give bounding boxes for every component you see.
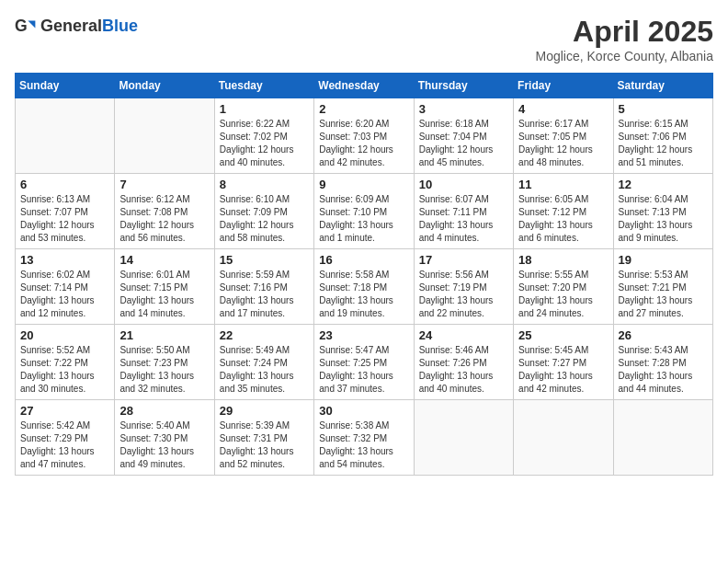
- logo: G GeneralBlue: [15, 15, 138, 37]
- calendar-cell: 10Sunrise: 6:07 AM Sunset: 7:11 PM Dayli…: [414, 174, 513, 249]
- day-info: Sunrise: 6:13 AM Sunset: 7:07 PM Dayligh…: [20, 193, 109, 245]
- calendar-cell: 4Sunrise: 6:17 AM Sunset: 7:05 PM Daylig…: [514, 98, 613, 174]
- calendar-cell: 26Sunrise: 5:43 AM Sunset: 7:28 PM Dayli…: [613, 325, 712, 400]
- calendar-cell: 16Sunrise: 5:58 AM Sunset: 7:18 PM Dayli…: [314, 249, 414, 325]
- day-info: Sunrise: 5:50 AM Sunset: 7:23 PM Dayligh…: [119, 344, 209, 396]
- day-info: Sunrise: 6:22 AM Sunset: 7:02 PM Dayligh…: [220, 118, 309, 169]
- day-number: 27: [20, 404, 109, 418]
- day-info: Sunrise: 6:05 AM Sunset: 7:12 PM Dayligh…: [518, 193, 608, 245]
- day-number: 17: [419, 253, 508, 267]
- calendar-cell: 24Sunrise: 5:46 AM Sunset: 7:26 PM Dayli…: [414, 325, 513, 400]
- weekday-header-thursday: Thursday: [414, 74, 513, 98]
- week-row-4: 20Sunrise: 5:52 AM Sunset: 7:22 PM Dayli…: [16, 325, 713, 400]
- weekday-header-tuesday: Tuesday: [214, 74, 313, 98]
- month-title: April 2025: [535, 15, 713, 49]
- calendar-cell: 28Sunrise: 5:40 AM Sunset: 7:30 PM Dayli…: [115, 400, 214, 476]
- day-info: Sunrise: 6:15 AM Sunset: 7:06 PM Dayligh…: [619, 118, 708, 169]
- calendar-cell: 11Sunrise: 6:05 AM Sunset: 7:12 PM Dayli…: [514, 174, 613, 249]
- day-info: Sunrise: 5:55 AM Sunset: 7:20 PM Dayligh…: [518, 269, 608, 320]
- calendar-cell: 20Sunrise: 5:52 AM Sunset: 7:22 PM Dayli…: [16, 325, 115, 400]
- day-number: 14: [119, 253, 209, 267]
- day-info: Sunrise: 6:17 AM Sunset: 7:05 PM Dayligh…: [518, 118, 608, 169]
- calendar-cell: 12Sunrise: 6:04 AM Sunset: 7:13 PM Dayli…: [613, 174, 712, 249]
- day-number: 25: [518, 328, 608, 342]
- day-info: Sunrise: 6:07 AM Sunset: 7:11 PM Dayligh…: [419, 193, 508, 245]
- week-row-2: 6Sunrise: 6:13 AM Sunset: 7:07 PM Daylig…: [16, 174, 713, 249]
- day-info: Sunrise: 5:43 AM Sunset: 7:28 PM Dayligh…: [619, 344, 708, 396]
- day-info: Sunrise: 6:10 AM Sunset: 7:09 PM Dayligh…: [220, 193, 309, 245]
- day-number: 9: [319, 178, 408, 191]
- calendar-cell: 19Sunrise: 5:53 AM Sunset: 7:21 PM Dayli…: [613, 249, 712, 325]
- day-number: 12: [619, 178, 708, 191]
- day-number: 26: [619, 328, 708, 342]
- day-number: 4: [518, 102, 608, 116]
- calendar-cell: 30Sunrise: 5:38 AM Sunset: 7:32 PM Dayli…: [314, 400, 414, 476]
- calendar-cell: 15Sunrise: 5:59 AM Sunset: 7:16 PM Dayli…: [214, 249, 313, 325]
- day-number: 13: [20, 253, 109, 267]
- day-info: Sunrise: 6:04 AM Sunset: 7:13 PM Dayligh…: [619, 193, 708, 245]
- calendar-cell: 6Sunrise: 6:13 AM Sunset: 7:07 PM Daylig…: [16, 174, 115, 249]
- day-number: 24: [419, 328, 508, 342]
- svg-text:G: G: [15, 17, 28, 35]
- week-row-5: 27Sunrise: 5:42 AM Sunset: 7:29 PM Dayli…: [16, 400, 713, 476]
- calendar-cell: 18Sunrise: 5:55 AM Sunset: 7:20 PM Dayli…: [514, 249, 613, 325]
- page-header: G GeneralBlue April 2025 Moglice, Korce …: [15, 15, 713, 63]
- calendar-cell: 8Sunrise: 6:10 AM Sunset: 7:09 PM Daylig…: [214, 174, 313, 249]
- day-info: Sunrise: 6:09 AM Sunset: 7:10 PM Dayligh…: [319, 193, 408, 245]
- calendar-cell: [613, 400, 712, 476]
- calendar-cell: 1Sunrise: 6:22 AM Sunset: 7:02 PM Daylig…: [214, 98, 313, 174]
- day-info: Sunrise: 5:47 AM Sunset: 7:25 PM Dayligh…: [319, 344, 408, 396]
- location-title: Moglice, Korce County, Albania: [535, 49, 713, 63]
- logo-blue: Blue: [102, 17, 138, 35]
- day-number: 3: [419, 102, 508, 116]
- calendar-cell: 29Sunrise: 5:39 AM Sunset: 7:31 PM Dayli…: [214, 400, 313, 476]
- calendar-cell: 5Sunrise: 6:15 AM Sunset: 7:06 PM Daylig…: [613, 98, 712, 174]
- day-info: Sunrise: 5:46 AM Sunset: 7:26 PM Dayligh…: [419, 344, 508, 396]
- day-info: Sunrise: 5:59 AM Sunset: 7:16 PM Dayligh…: [220, 269, 309, 320]
- day-info: Sunrise: 5:40 AM Sunset: 7:30 PM Dayligh…: [119, 419, 209, 471]
- day-info: Sunrise: 5:56 AM Sunset: 7:19 PM Dayligh…: [419, 269, 508, 320]
- logo-icon: G: [15, 15, 37, 37]
- weekday-header-sunday: Sunday: [16, 74, 115, 98]
- week-row-3: 13Sunrise: 6:02 AM Sunset: 7:14 PM Dayli…: [16, 249, 713, 325]
- day-number: 5: [619, 102, 708, 116]
- weekday-header-row: SundayMondayTuesdayWednesdayThursdayFrid…: [16, 74, 713, 98]
- calendar-cell: 3Sunrise: 6:18 AM Sunset: 7:04 PM Daylig…: [414, 98, 513, 174]
- day-number: 18: [518, 253, 608, 267]
- day-number: 23: [319, 328, 408, 342]
- day-number: 15: [220, 253, 309, 267]
- calendar-cell: 25Sunrise: 5:45 AM Sunset: 7:27 PM Dayli…: [514, 325, 613, 400]
- calendar-cell: [414, 400, 513, 476]
- calendar-cell: 23Sunrise: 5:47 AM Sunset: 7:25 PM Dayli…: [314, 325, 414, 400]
- day-number: 29: [220, 404, 309, 418]
- calendar-cell: 17Sunrise: 5:56 AM Sunset: 7:19 PM Dayli…: [414, 249, 513, 325]
- day-number: 11: [518, 178, 608, 191]
- day-info: Sunrise: 5:52 AM Sunset: 7:22 PM Dayligh…: [20, 344, 109, 396]
- day-info: Sunrise: 5:45 AM Sunset: 7:27 PM Dayligh…: [518, 344, 608, 396]
- svg-marker-1: [28, 20, 35, 28]
- day-info: Sunrise: 6:01 AM Sunset: 7:15 PM Dayligh…: [119, 269, 209, 320]
- weekday-header-friday: Friday: [514, 74, 613, 98]
- day-info: Sunrise: 6:02 AM Sunset: 7:14 PM Dayligh…: [20, 269, 109, 320]
- calendar-cell: 22Sunrise: 5:49 AM Sunset: 7:24 PM Dayli…: [214, 325, 313, 400]
- calendar-cell: 7Sunrise: 6:12 AM Sunset: 7:08 PM Daylig…: [115, 174, 214, 249]
- day-number: 21: [119, 328, 209, 342]
- day-number: 30: [319, 404, 408, 418]
- week-row-1: 1Sunrise: 6:22 AM Sunset: 7:02 PM Daylig…: [16, 98, 713, 174]
- weekday-header-monday: Monday: [115, 74, 214, 98]
- calendar-cell: [115, 98, 214, 174]
- weekday-header-wednesday: Wednesday: [314, 74, 414, 98]
- day-number: 8: [220, 178, 309, 191]
- weekday-header-saturday: Saturday: [613, 74, 712, 98]
- title-block: April 2025 Moglice, Korce County, Albani…: [535, 15, 713, 63]
- logo-general: General: [40, 17, 102, 35]
- day-info: Sunrise: 6:12 AM Sunset: 7:08 PM Dayligh…: [119, 193, 209, 245]
- day-number: 19: [619, 253, 708, 267]
- day-number: 6: [20, 178, 109, 191]
- day-info: Sunrise: 6:18 AM Sunset: 7:04 PM Dayligh…: [419, 118, 508, 169]
- calendar-cell: 9Sunrise: 6:09 AM Sunset: 7:10 PM Daylig…: [314, 174, 414, 249]
- day-number: 1: [220, 102, 309, 116]
- calendar-cell: 21Sunrise: 5:50 AM Sunset: 7:23 PM Dayli…: [115, 325, 214, 400]
- day-number: 28: [119, 404, 209, 418]
- calendar-cell: 27Sunrise: 5:42 AM Sunset: 7:29 PM Dayli…: [16, 400, 115, 476]
